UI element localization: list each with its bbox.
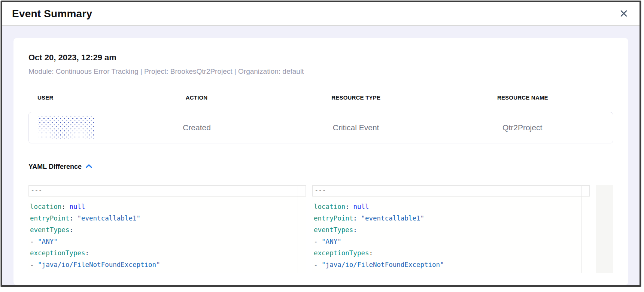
chevron-up-icon [85,164,92,170]
yaml-code-line: location: null [314,201,589,213]
column-header-resource-type: RESOURCE TYPE [280,94,432,101]
yaml-diff-pane-right: --- location: nullentryPoint: "eventcall… [312,185,590,273]
yaml-code-line: location: null [30,201,305,213]
audit-table-header: USER ACTION RESOURCE TYPE RESOURCE NAME [28,94,613,101]
yaml-code-right: location: nullentryPoint: "eventcallable… [312,197,590,271]
resource-name-cell: Qtr2Project [432,123,613,132]
column-header-resource-name: RESOURCE NAME [432,94,613,101]
yaml-code-line: - "java/io/FileNotFoundException" [30,259,305,271]
resource-type-cell: Critical Event [280,123,432,132]
yaml-diff-pane-left: --- location: nullentryPoint: "eventcall… [28,185,306,273]
yaml-difference-label: YAML Difference [28,163,82,171]
event-meta: Module: Continuous Error Tracking | Proj… [28,67,613,76]
yaml-code-line: - "ANY" [314,236,589,247]
yaml-code-line: - "java/io/FileNotFoundException" [314,259,589,271]
yaml-code-left: location: nullentryPoint: "eventcallable… [28,197,306,271]
yaml-code-line: entryPoint: "eventcallable1" [314,213,589,224]
yaml-code-line: exceptionTypes: [30,247,305,259]
event-summary-modal: Event Summary Oct 20, 2023, 12:29 am Mod… [1,1,641,287]
yaml-code-line: eventTypes: [30,224,305,236]
yaml-difference-toggle[interactable]: YAML Difference [28,163,92,171]
column-header-action: ACTION [113,94,280,101]
yaml-code-line: entryPoint: "eventcallable1" [30,213,305,224]
event-timestamp: Oct 20, 2023, 12:29 am [28,53,613,63]
modal-title: Event Summary [12,8,92,20]
yaml-code-line: exceptionTypes: [314,247,589,259]
close-icon [619,9,628,19]
yaml-diff-viewer: --- location: nullentryPoint: "eventcall… [28,185,613,273]
yaml-code-line: eventTypes: [314,224,589,236]
close-button[interactable] [618,7,630,21]
column-header-user: USER [28,94,113,101]
event-summary-card: Oct 20, 2023, 12:29 am Module: Continuou… [13,38,628,285]
table-row: Created Critical Event Qtr2Project [28,112,613,143]
modal-body: Oct 20, 2023, 12:29 am Module: Continuou… [2,26,640,285]
diff-scrollbar-track[interactable] [596,185,613,273]
modal-header: Event Summary [2,2,640,26]
yaml-code-line: - "ANY" [30,236,305,247]
yaml-doc-start-left: --- [28,185,306,197]
yaml-doc-start-right: --- [312,185,590,197]
redacted-user-pattern [38,116,95,139]
user-cell [29,116,113,139]
action-cell: Created [113,123,280,132]
